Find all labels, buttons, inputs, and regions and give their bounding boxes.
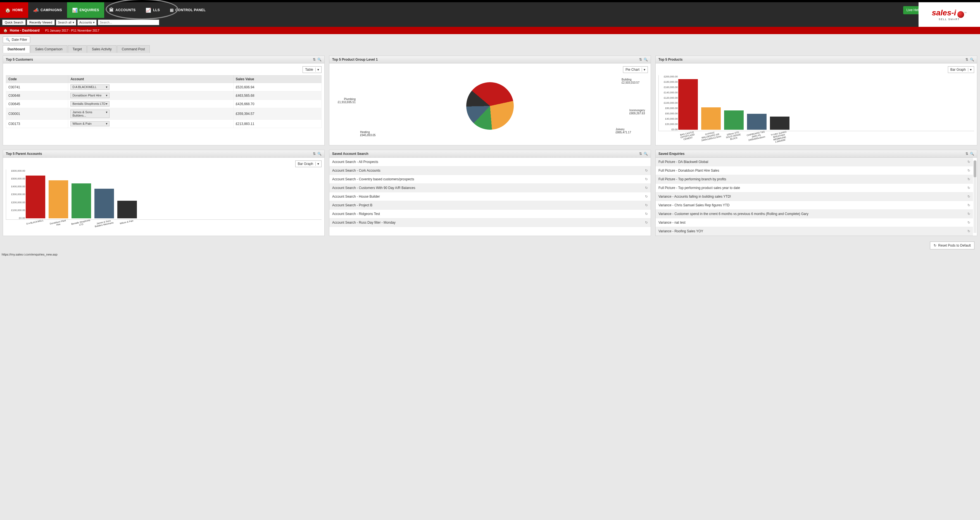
refresh-icon[interactable]: ↻: [645, 177, 648, 181]
pod-product-group: Top 5 Product Group Level 1⇅🔍 Pie Chart▾…: [329, 56, 651, 145]
chevron-down-icon: ▾: [315, 68, 319, 72]
refresh-icon[interactable]: ↻: [967, 195, 970, 198]
search-scope-select[interactable]: Search all▾: [56, 19, 76, 26]
search-icon[interactable]: 🔍: [317, 152, 321, 156]
refresh-icon[interactable]: ↻: [967, 169, 970, 172]
list-item[interactable]: Variance - Customer spend in the crrent …: [655, 210, 973, 219]
list-item[interactable]: Variance - Roofing Sales YOY↻: [655, 227, 973, 236]
account-select[interactable]: D A BLACKWELL▾: [70, 85, 110, 90]
date-filter-button[interactable]: 🔍Date Filter: [3, 36, 30, 43]
pod-title: Top 5 Parent Accounts: [6, 152, 42, 156]
pod-title: Top 5 Customers: [6, 57, 33, 62]
search-type-select[interactable]: Accounts▾: [77, 19, 97, 26]
search-icon[interactable]: 🔍: [970, 152, 974, 156]
table-row[interactable]: C00741D A BLACKWELL▾£520,606.94: [6, 83, 321, 91]
drag-icon[interactable]: ⇅: [966, 57, 968, 62]
table-row[interactable]: C00645Bentalls Shopfronts LTD▾£426,668.7…: [6, 100, 321, 108]
breadcrumb: 🏠Home - Dashboard P1 January 2017 - P11 …: [0, 27, 980, 34]
search-input[interactable]: [98, 19, 159, 25]
bar: [117, 201, 137, 219]
search-icon[interactable]: 🔍: [644, 152, 648, 156]
nav-campaigns[interactable]: 📣CAMPAIGNS: [28, 2, 67, 18]
list-item[interactable]: Account Search - Customers With 90 Day A…: [329, 184, 651, 192]
tab-sales-activity[interactable]: Sales Activity: [87, 45, 116, 53]
list-item[interactable]: Account Search - Cork Accounts↻: [329, 166, 651, 175]
pod-top-products: Top 5 Products⇅🔍 Bar Graph▾ £200,000.00£…: [655, 56, 977, 145]
drag-icon[interactable]: ⇅: [313, 57, 316, 62]
table-row[interactable]: C00648Donaldson Plant Hire▾£463,565.68: [6, 91, 321, 100]
nav-control-panel[interactable]: ⊞CONTROL PANEL: [165, 2, 211, 18]
list-item[interactable]: Account Search - Ridgeons Test↻: [329, 210, 651, 219]
nav-enquiries[interactable]: 📊ENQUIRIES: [67, 2, 104, 18]
refresh-icon[interactable]: ↻: [967, 220, 970, 225]
refresh-icon[interactable]: ↻: [645, 220, 648, 225]
refresh-icon[interactable]: ↻: [645, 203, 648, 207]
list-item[interactable]: Full Picture - Top performing branch by …: [655, 175, 973, 184]
quick-search-button[interactable]: Quick Search: [2, 19, 26, 25]
refresh-icon[interactable]: ↻: [645, 212, 648, 216]
refresh-icon: ↻: [934, 244, 936, 247]
list-item[interactable]: Full Picture - Top performing product sa…: [655, 184, 973, 192]
refresh-icon[interactable]: ↻: [645, 195, 648, 198]
nav-lls[interactable]: 📈LLS: [140, 2, 165, 18]
pod-title: Saved Account Search: [332, 152, 369, 156]
breadcrumb-home[interactable]: 🏠Home - Dashboard: [3, 29, 40, 32]
account-select[interactable]: Wilson & Pain▾: [70, 121, 110, 126]
pod-saved-enquiries: Saved Enquiries⇅🔍 Full Picture - DA Blac…: [655, 150, 977, 236]
list-item[interactable]: Account Search - Project B↻: [329, 201, 651, 210]
refresh-icon[interactable]: ↻: [645, 186, 648, 190]
refresh-icon[interactable]: ↻: [967, 229, 970, 233]
list-item[interactable]: Account Search - House Builder↻: [329, 192, 651, 201]
tab-sales-comparison[interactable]: Sales Comparison: [30, 45, 67, 53]
account-select[interactable]: James & Sons Builders...▾: [70, 110, 110, 118]
breadcrumb-period: P1 January 2017 - P11 November 2017: [45, 29, 99, 32]
search-icon[interactable]: 🔍: [317, 57, 321, 62]
accounts-icon: 🏛: [109, 8, 114, 13]
search-icon[interactable]: 🔍: [644, 57, 648, 62]
pie-chart: Building£2,503,010.57 Plumbing£1,910,695…: [332, 75, 648, 137]
chevron-down-icon: ▾: [73, 21, 74, 24]
bar-chart: £600,000.00£500,000.00£400,000.00£300,00…: [6, 169, 321, 220]
refresh-icon[interactable]: ↻: [967, 177, 970, 181]
view-select[interactable]: Bar Graph▾: [948, 66, 974, 73]
refresh-icon[interactable]: ↻: [967, 203, 970, 207]
nav-home[interactable]: 🏠HOME: [0, 2, 28, 18]
account-select[interactable]: Bentalls Shopfronts LTD▾: [70, 101, 110, 107]
table-row[interactable]: C00001James & Sons Builders...▾£359,394.…: [6, 108, 321, 120]
bar: [26, 175, 45, 219]
table-row[interactable]: C00173Wilson & Pain▾£213,883.11: [6, 120, 321, 128]
reset-pods-button[interactable]: ↻Reset Pods to Default: [930, 242, 974, 249]
refresh-icon[interactable]: ↻: [645, 169, 648, 172]
list-item[interactable]: Full Picture - DA Blackwell Global↻: [655, 158, 973, 166]
list-item[interactable]: Variance - Accounts falling in building …: [655, 192, 973, 201]
tab-target[interactable]: Target: [68, 45, 87, 53]
scrollbar[interactable]: [974, 161, 976, 233]
list-item[interactable]: Variance - Chris Samuel Sales Rep figure…: [655, 201, 973, 210]
drag-icon[interactable]: ⇅: [966, 152, 968, 156]
account-select[interactable]: Donaldson Plant Hire▾: [70, 93, 110, 98]
refresh-icon[interactable]: ↻: [967, 186, 970, 190]
drag-icon[interactable]: ⇅: [639, 57, 642, 62]
search-icon[interactable]: 🔍: [970, 57, 974, 62]
list-item[interactable]: Variance - nat test↻: [655, 219, 973, 227]
list-item[interactable]: Account Search - Russ Day filter - Monda…: [329, 219, 651, 227]
nav-accounts[interactable]: 🏛ACCOUNTS: [104, 2, 141, 18]
drag-icon[interactable]: ⇅: [313, 152, 316, 156]
logo: sales-i™ SELL SMART: [918, 2, 980, 27]
list-item[interactable]: Account Search - Coventry based customer…: [329, 175, 651, 184]
view-select[interactable]: Bar Graph▾: [295, 161, 321, 167]
view-select[interactable]: Pie Chart▾: [623, 66, 648, 73]
refresh-icon[interactable]: ↻: [967, 160, 970, 164]
tab-dashboard[interactable]: Dashboard: [3, 45, 30, 53]
refresh-icon[interactable]: ↻: [967, 212, 970, 216]
view-select[interactable]: Table▾: [302, 66, 321, 73]
pod-title: Top 5 Products: [659, 57, 682, 62]
list-item[interactable]: Full Picture - Donaldson Plant Hire Sale…: [655, 166, 973, 175]
chevron-down-icon: ▾: [642, 68, 645, 72]
recently-viewed-button[interactable]: Recently Viewed: [27, 19, 55, 25]
bar: [747, 114, 767, 130]
list-item[interactable]: Account Search - All Prospects: [329, 158, 651, 166]
status-bar: https://my.sales-i.com/enquiries_new.asp: [0, 252, 980, 257]
drag-icon[interactable]: ⇅: [639, 152, 642, 156]
tab-command-post[interactable]: Command Post: [117, 45, 150, 53]
